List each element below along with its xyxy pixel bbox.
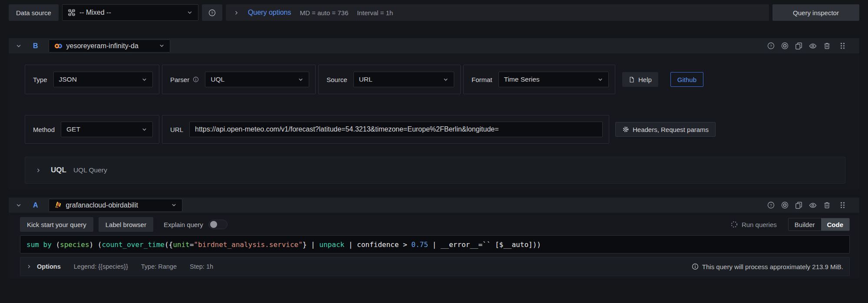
logql-code-editor[interactable]: sum by (species) (count_over_time({unit=… [20,235,850,254]
query-b-datasource-name: yesoreyeram-infinity-da [66,42,155,50]
method-select[interactable]: GET [61,122,153,137]
info-circle-icon [692,263,699,270]
datasource-help-button[interactable]: ? [202,4,222,21]
url-options-row: Method GET URL Headers, Request params [25,115,845,144]
editor-mode-switch: Builder Code [788,218,850,231]
query-inspector-button[interactable]: Query inspector [772,4,859,21]
processing-note: This query will process approximately 21… [692,263,843,270]
eye-icon[interactable] [809,201,817,209]
type-value: JSON [59,76,138,83]
query-b-editor: Type JSON Parser UQL [9,53,859,190]
method-field: Method GET [25,115,159,144]
spinner-icon [731,221,738,228]
github-button[interactable]: Github [670,72,703,87]
chevron-right-icon[interactable] [26,264,32,269]
parser-select[interactable]: UQL [205,72,309,87]
headers-button-label: Headers, Request params [633,126,709,133]
uql-section-toggle[interactable]: UQL UQL Query [25,157,845,184]
chevron-down-icon [159,43,165,49]
url-field: URL [162,115,609,144]
query-b-datasource-picker[interactable]: yesoreyeram-infinity-da [49,40,170,53]
collapse-chevron-down-icon[interactable] [16,202,22,208]
format-value: Time Series [504,76,594,83]
query-options-bar[interactable]: Query options MD = auto = 736 Interval =… [226,4,769,21]
query-b-actions: ? [767,42,846,50]
datasource-picker-value: -- Mixed -- [79,9,183,16]
loki-query-toolbar: Kick start your query Label browser Expl… [20,217,850,232]
query-row-b: B yesoreyeram-infinity-da ? [9,38,859,190]
chevron-down-icon [597,77,603,82]
format-select[interactable]: Time Series [498,72,609,87]
parser-value: UQL [211,76,294,83]
chevron-down-icon [443,77,449,82]
infinity-datasource-icon [54,43,63,49]
kick-start-query-button[interactable]: Kick start your query [20,217,93,232]
type-select[interactable]: JSON [53,72,153,87]
method-value: GET [66,125,138,133]
format-label: Format [472,76,492,83]
svg-text:?: ? [770,43,772,48]
drag-handle-icon[interactable] [839,201,846,209]
type-label: Type [33,76,47,83]
options-label[interactable]: Options [37,263,61,270]
datasource-label: Data source [9,4,59,21]
datasource-picker[interactable]: -- Mixed -- [62,4,198,21]
collapse-chevron-down-icon[interactable] [16,43,22,49]
explain-query-toggle[interactable] [208,220,228,229]
disable-query-icon[interactable] [781,42,789,49]
uql-section-hint: UQL Query [73,166,107,174]
query-row-a: A grafanacloud-obirdabilit [9,198,859,279]
method-label: Method [33,126,55,133]
drag-handle-icon[interactable] [839,42,846,49]
format-field: Format Time Series [463,65,615,94]
datasource-help-icon[interactable]: ? [767,42,775,49]
loki-datasource-icon [54,201,62,209]
duplicate-icon[interactable] [795,42,802,49]
url-input[interactable] [189,122,603,137]
logql-expression: sum by (species) (count_over_time({unit=… [26,240,541,249]
info-circle-icon [193,76,199,82]
type-field: Type JSON [25,65,159,94]
chevron-down-icon [142,77,147,82]
source-value: URL [359,76,439,83]
run-queries-button[interactable]: Run queries [731,221,777,228]
question-circle-icon: ? [208,9,216,16]
query-ref-id: A [33,201,38,209]
source-field: Source URL [318,65,461,94]
query-options-label[interactable]: Query options [248,9,291,16]
mode-builder-button[interactable]: Builder [789,218,821,231]
url-label: URL [170,126,183,133]
svg-text:?: ? [770,203,772,207]
chevron-down-icon [171,202,177,208]
explain-query-label: Explain query [164,221,203,228]
label-browser-button[interactable]: Label browser [99,217,153,232]
duplicate-icon[interactable] [795,201,802,209]
help-button[interactable]: Help [622,72,658,87]
query-row-a-header: A grafanacloud-obirdabilit [9,198,859,213]
disable-query-icon[interactable] [781,201,789,209]
max-data-points-value: MD = auto = 736 [300,9,348,16]
infinity-options-row: Type JSON Parser UQL [25,65,845,94]
parser-label: Parser [170,76,189,83]
chevron-right-icon [234,10,239,16]
source-select[interactable]: URL [353,72,454,87]
headers-request-params-button[interactable]: Headers, Request params [615,122,716,137]
toggle-knob [210,221,217,228]
query-a-editor: Kick start your query Label browser Expl… [9,213,859,279]
run-queries-label: Run queries [742,221,777,228]
datasource-help-icon[interactable]: ? [767,201,775,209]
query-row-b-header: B yesoreyeram-infinity-da ? [9,38,859,53]
query-ref-id: B [33,42,38,50]
chevron-right-icon [36,168,41,173]
grafana-query-editor: Data source -- Mixed -- ? [0,0,868,303]
trash-icon[interactable] [823,42,831,49]
trash-icon[interactable] [823,201,831,209]
parser-field: Parser UQL [162,65,316,94]
step-summary: Step: 1h [190,263,213,270]
eye-icon[interactable] [809,42,817,50]
query-a-datasource-picker[interactable]: grafanacloud-obirdabilit [49,199,182,212]
svg-text:?: ? [211,10,213,15]
document-icon [629,76,635,83]
processing-note-text: This query will process approximately 21… [702,263,843,270]
mode-code-button[interactable]: Code [821,218,850,231]
